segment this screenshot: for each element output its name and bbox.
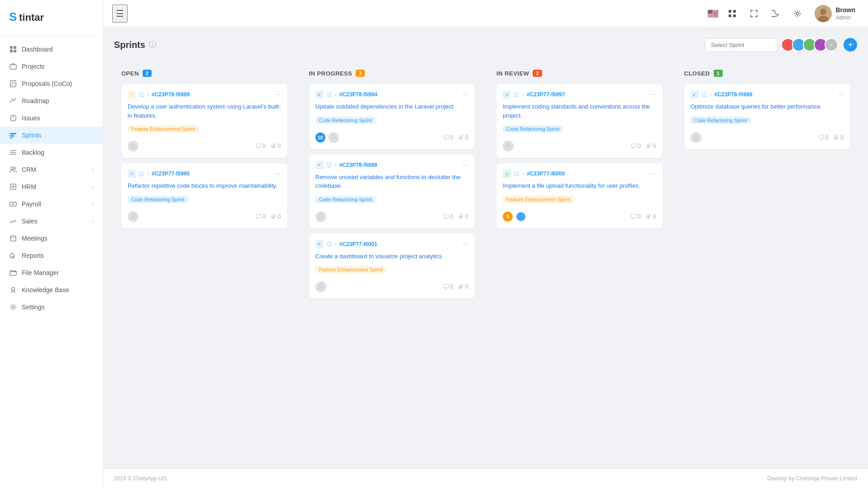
card-header: ↑ ☑ › #C23P77-I6000 ··· <box>503 170 656 178</box>
card-c23p78-i5994[interactable]: ✓ ☑ › #C23P78-I5994 ··· Update outdated … <box>309 84 475 149</box>
card-menu-button[interactable]: ··· <box>275 90 281 99</box>
card-menu-button[interactable]: ··· <box>275 170 281 178</box>
app-logo: S tintar <box>9 8 59 28</box>
card-c23p78-i5998[interactable]: ✓ ☑ › #C23P78-I5998 ··· Remove unused va… <box>309 155 475 228</box>
menu-toggle-button[interactable]: ☰ <box>112 5 128 23</box>
sidebar-item-payroll[interactable]: Payroll › <box>0 195 103 213</box>
card-description: Develop a user authentication system usi… <box>128 102 281 120</box>
crm-label: CRM <box>22 166 87 173</box>
svg-point-31 <box>131 214 134 217</box>
card-tag: Code Refactoring Sprint <box>691 117 751 124</box>
card-id-area: ✓ ☑ › #C23P77-I6001 <box>315 240 377 248</box>
sidebar-item-issues[interactable]: Issues <box>0 109 103 127</box>
card-tag: Code Refactoring Sprint <box>503 125 563 133</box>
sidebar-item-roadmap[interactable]: Roadmap <box>0 92 103 109</box>
page-content: Sprints ⓘ + + OPEN 2 <box>103 27 868 469</box>
card-check-icon: ☑ <box>138 170 144 177</box>
user-avatar-area[interactable]: Brown Admin <box>811 3 859 24</box>
card-menu-button[interactable]: ··· <box>463 161 468 169</box>
card-header: ✓ ☑ › #C23P78-I5996 ··· <box>691 90 844 99</box>
card-upload-icon: ↑ <box>503 170 511 178</box>
card-footer: 0 0 <box>503 141 656 152</box>
card-c23p78-i5996[interactable]: ✓ ☑ › #C23P78-I5996 ··· Optimize databas… <box>684 84 850 149</box>
card-description: Create a dashboard to visualize project … <box>315 252 469 261</box>
card-id-area: ↑ ☑ › #C23P77-I6000 <box>503 170 565 178</box>
dashboard-icon <box>9 45 17 53</box>
card-description: Remove unused variables and functions to… <box>315 173 469 190</box>
card-header: ↑ ☑ › #C23P78-I5999 ··· <box>128 90 281 99</box>
card-menu-button[interactable]: ··· <box>650 90 656 99</box>
dark-mode-button[interactable] <box>768 5 784 22</box>
sidebar-item-sprints[interactable]: Sprints <box>0 127 103 144</box>
card-c23p77-i6001[interactable]: ✓ ☑ › #C23P77-I6001 ··· Create a dashboa… <box>309 234 475 299</box>
sidebar-item-sales[interactable]: Sales › <box>0 213 103 230</box>
sales-arrow: › <box>92 218 94 224</box>
dashboard-label: Dashboard <box>22 46 94 53</box>
knowledge-base-label: Knowledge Base <box>22 286 94 294</box>
card-footer: 5 0 0 <box>503 211 656 222</box>
card-check-box-icon: ✓ <box>503 90 511 99</box>
hrm-arrow: › <box>92 184 94 190</box>
sidebar-item-file-manager[interactable]: File Manager <box>0 264 103 281</box>
svg-rect-16 <box>10 202 16 206</box>
card-priority-icon: ↑ <box>128 90 136 99</box>
sidebar-item-knowledge-base[interactable]: Knowledge Base <box>0 281 103 298</box>
logo-area: S tintar <box>0 0 103 36</box>
sidebar-item-projects[interactable]: Projects <box>0 58 103 75</box>
card-c23p77-i5995[interactable]: ✓ ☑ › #C23P77-I5995 ··· Refactor repetit… <box>121 163 287 228</box>
svg-point-28 <box>820 9 826 15</box>
svg-rect-18 <box>10 236 16 241</box>
sidebar-item-settings[interactable]: Settings <box>0 298 103 316</box>
file-manager-icon <box>9 269 17 277</box>
reports-label: Reports <box>22 252 94 259</box>
card-check-box-icon: ✓ <box>128 170 136 178</box>
add-sprint-button[interactable]: + <box>844 38 857 52</box>
card-header: ✓ ☑ › #C23P78-I5994 ··· <box>315 90 469 99</box>
card-assignee <box>328 132 339 143</box>
settings-button[interactable] <box>789 5 806 22</box>
sidebar-item-reports[interactable]: Reports <box>0 247 103 264</box>
card-menu-button[interactable]: ··· <box>463 240 468 248</box>
sidebar-item-proposals[interactable]: Proposals (CoCo) <box>0 75 103 92</box>
column-title-in-progress: IN PROGRESS <box>309 70 353 77</box>
card-id-text: #C23P78-I5994 <box>339 91 377 98</box>
svg-rect-22 <box>729 10 731 13</box>
crm-icon <box>9 166 17 174</box>
file-manager-label: File Manager <box>22 269 94 276</box>
sidebar-item-dashboard[interactable]: Dashboard <box>0 41 103 58</box>
card-menu-button[interactable]: ··· <box>463 90 468 99</box>
language-flag[interactable]: 🇺🇸 <box>707 8 719 19</box>
card-id-area: ✓ ☑ › #C23P78-I5994 <box>315 90 377 99</box>
svg-rect-6 <box>10 65 16 69</box>
sprint-select-input[interactable] <box>705 38 777 52</box>
sidebar-item-backlog[interactable]: Backlog <box>0 144 103 161</box>
card-menu-button[interactable]: ··· <box>838 90 844 99</box>
card-c23p78-i5999[interactable]: ↑ ☑ › #C23P78-I5999 ··· Develop a user a… <box>121 84 287 158</box>
card-tag: Feature Enhancement Sprint <box>315 266 386 273</box>
settings-icon <box>9 303 17 311</box>
sidebar-item-hrm[interactable]: HRM › <box>0 178 103 195</box>
card-c23p77-i5997[interactable]: ✓ ☑ › #C23P77-I5997 ··· Implement coding… <box>496 84 663 158</box>
card-chevron-icon: › <box>335 91 337 98</box>
card-attachments: 0 <box>271 213 281 220</box>
card-c23p77-i6000[interactable]: ↑ ☑ › #C23P77-I6000 ··· Implement a file… <box>496 163 663 228</box>
svg-rect-11 <box>10 135 14 137</box>
card-check-box-icon: ✓ <box>315 240 324 248</box>
svg-point-33 <box>319 214 322 217</box>
card-multi-avatar <box>515 211 526 222</box>
fullscreen-button[interactable] <box>746 5 762 22</box>
card-tag: Code Refactoring Sprint <box>315 196 376 203</box>
payroll-icon <box>9 200 17 208</box>
page-info-icon[interactable]: ⓘ <box>149 40 156 50</box>
apps-grid-button[interactable] <box>724 5 740 22</box>
card-menu-button[interactable]: ··· <box>650 170 656 178</box>
card-footer: 0 0 <box>315 211 469 222</box>
settings-label: Settings <box>22 303 94 311</box>
card-footer: 0 0 <box>315 281 469 292</box>
card-meta: 0 0 <box>819 134 844 141</box>
card-footer: 10 0 0 <box>315 132 469 143</box>
sidebar-item-meetings[interactable]: Meetings <box>0 230 103 247</box>
card-meta: 0 0 <box>444 213 468 220</box>
sidebar-item-crm[interactable]: CRM › <box>0 161 103 178</box>
main-content: ☰ 🇺🇸 Brown Admin Sprint <box>103 0 868 488</box>
